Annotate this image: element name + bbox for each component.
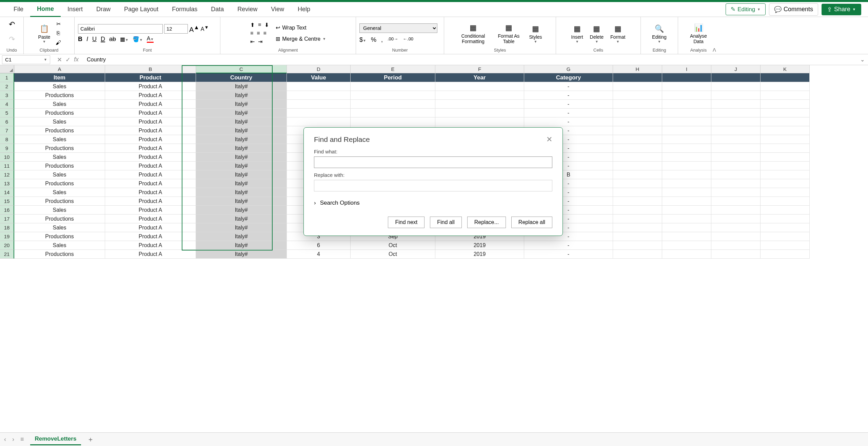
menu-tab-help[interactable]: Help	[291, 2, 317, 16]
conditional-formatting-button[interactable]: ▦ Conditional Formatting	[456, 22, 490, 45]
row-header[interactable]: 20	[0, 241, 14, 250]
cell[interactable]: Sales	[14, 188, 105, 197]
cell[interactable]: Italy#	[196, 250, 287, 259]
cell[interactable]	[351, 109, 435, 117]
borders-button[interactable]: ▦▼	[120, 36, 129, 42]
cell[interactable]: Productions	[14, 250, 105, 259]
cell[interactable]	[613, 91, 662, 100]
cell[interactable]	[662, 144, 711, 153]
cell[interactable]	[613, 250, 662, 259]
align-left-icon[interactable]: ≡	[250, 30, 253, 36]
cell[interactable]	[613, 135, 662, 144]
header-cell[interactable]: Category	[524, 73, 613, 82]
cell[interactable]	[711, 135, 761, 144]
cell[interactable]	[613, 109, 662, 117]
cell-styles-button[interactable]: ▦ Styles ▼	[527, 23, 544, 44]
paste-button[interactable]: 📋 Paste ▼	[36, 23, 53, 44]
cell[interactable]: Sales	[14, 117, 105, 126]
find-all-button[interactable]: Find all	[430, 217, 462, 228]
cell[interactable]	[711, 117, 761, 126]
fill-color-button[interactable]: 🪣▼	[133, 36, 143, 42]
column-header[interactable]: C	[196, 65, 287, 73]
find-next-button[interactable]: Find next	[388, 217, 425, 228]
row-header[interactable]: 18	[0, 223, 14, 232]
cell[interactable]: Productions	[14, 179, 105, 188]
menu-tab-page-layout[interactable]: Page Layout	[117, 2, 165, 16]
column-header[interactable]: J	[711, 65, 761, 73]
header-cell[interactable]: Country	[196, 73, 287, 82]
cell[interactable]	[761, 241, 810, 250]
cell[interactable]	[613, 232, 662, 241]
cell[interactable]	[761, 117, 810, 126]
cell[interactable]	[761, 100, 810, 109]
cell[interactable]: Italy#	[196, 153, 287, 162]
row-header[interactable]: 11	[0, 162, 14, 170]
row-header[interactable]: 8	[0, 135, 14, 144]
row-header[interactable]: 19	[0, 232, 14, 241]
cell[interactable]	[761, 153, 810, 162]
cell[interactable]	[662, 206, 711, 215]
editing-mode-button[interactable]: ✎ Editing ▼	[726, 3, 766, 15]
cell[interactable]: Product A	[105, 188, 196, 197]
cell[interactable]	[662, 117, 711, 126]
sheet-list-icon[interactable]: ≡	[20, 436, 24, 443]
cell[interactable]	[761, 179, 810, 188]
cell[interactable]	[613, 179, 662, 188]
cell[interactable]	[662, 223, 711, 232]
menu-tab-view[interactable]: View	[264, 2, 291, 16]
cell[interactable]	[613, 206, 662, 215]
cell[interactable]	[711, 170, 761, 179]
cell[interactable]: Product A	[105, 241, 196, 250]
bold-button[interactable]: B	[78, 36, 82, 43]
cell[interactable]: Italy#	[196, 232, 287, 241]
cell[interactable]: -	[524, 250, 613, 259]
column-header[interactable]: D	[287, 65, 351, 73]
comments-button[interactable]: 💬 Comments	[769, 3, 818, 16]
cell[interactable]: Sales	[14, 100, 105, 109]
sheet-next-icon[interactable]: ›	[12, 436, 14, 443]
column-header[interactable]: A	[14, 65, 105, 73]
cell[interactable]: 6	[287, 241, 351, 250]
underline-button[interactable]: U	[92, 36, 97, 43]
cell[interactable]: Italy#	[196, 126, 287, 135]
redo-icon[interactable]: ↷	[6, 34, 17, 45]
cell[interactable]: Product A	[105, 170, 196, 179]
editing-button[interactable]: 🔍 Editing ▼	[650, 23, 669, 44]
cell[interactable]: -	[524, 91, 613, 100]
cell[interactable]	[613, 126, 662, 135]
cell[interactable]	[613, 197, 662, 206]
cell[interactable]	[351, 91, 435, 100]
font-name-select[interactable]	[78, 24, 163, 34]
cell[interactable]	[711, 82, 761, 91]
cell[interactable]	[287, 109, 351, 117]
cell[interactable]: Italy#	[196, 135, 287, 144]
cell[interactable]: Productions	[14, 215, 105, 223]
cell[interactable]: Oct	[351, 241, 435, 250]
cell[interactable]	[435, 100, 524, 109]
cell[interactable]: Product A	[105, 223, 196, 232]
column-header[interactable]: I	[662, 65, 711, 73]
comma-button[interactable]: ,	[381, 36, 383, 43]
cell[interactable]	[761, 250, 810, 259]
decrease-indent-icon[interactable]: ⇤	[250, 38, 255, 45]
row-header[interactable]: 2	[0, 82, 14, 91]
cell[interactable]: Product A	[105, 82, 196, 91]
cell[interactable]: Sales	[14, 241, 105, 250]
row-header[interactable]: 4	[0, 100, 14, 109]
currency-button[interactable]: $▼	[359, 36, 366, 43]
cell[interactable]	[711, 91, 761, 100]
cell[interactable]: Product A	[105, 153, 196, 162]
column-header[interactable]: E	[351, 65, 435, 73]
header-cell[interactable]	[613, 73, 662, 82]
align-top-icon[interactable]: ⬆	[250, 22, 255, 28]
cut-icon[interactable]: ✂	[55, 20, 62, 27]
cell[interactable]	[761, 162, 810, 170]
cell[interactable]: Productions	[14, 162, 105, 170]
cell[interactable]: Italy#	[196, 117, 287, 126]
cell[interactable]: Sales	[14, 223, 105, 232]
row-header[interactable]: 7	[0, 126, 14, 135]
cell[interactable]	[662, 188, 711, 197]
italic-button[interactable]: I	[86, 36, 88, 43]
cell[interactable]	[761, 197, 810, 206]
replace-with-input[interactable]	[314, 180, 552, 191]
